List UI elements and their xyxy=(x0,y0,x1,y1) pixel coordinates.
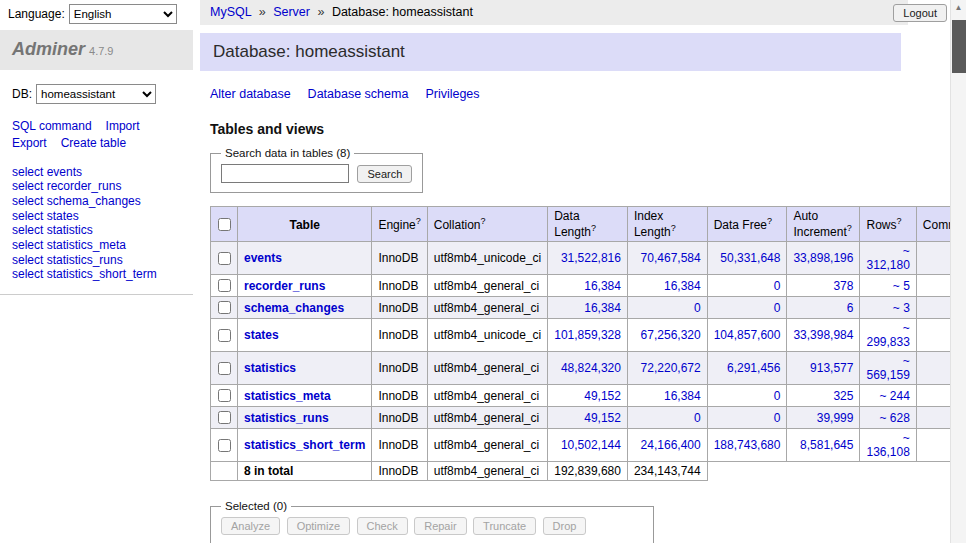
optimize-button[interactable]: Optimize xyxy=(287,517,350,535)
table-name-link[interactable]: statistics xyxy=(244,361,296,375)
db-select[interactable]: homeassistant xyxy=(36,84,156,104)
auto-increment-link[interactable]: 33,898,196 xyxy=(793,251,853,265)
table-name-link[interactable]: states xyxy=(244,328,279,342)
data-length-link[interactable]: 31,522,816 xyxy=(561,251,621,265)
column-header-collation: Collation? xyxy=(427,207,547,242)
vertical-scrollbar[interactable]: ▲ xyxy=(950,0,966,543)
row-checkbox[interactable] xyxy=(218,301,231,314)
rows-count-link[interactable]: ~ 628 xyxy=(879,411,909,425)
help-link[interactable]: ? xyxy=(847,223,852,233)
collation-cell: utf8mb4_general_ci xyxy=(427,407,547,429)
data-length-link[interactable]: 48,824,320 xyxy=(561,361,621,375)
sidebar-item-select-statistics[interactable]: select statistics xyxy=(12,223,181,238)
data-free-link[interactable]: 0 xyxy=(774,301,781,315)
sidebar-item-select-statistics-short-term[interactable]: select statistics_short_term xyxy=(12,267,181,282)
table-name-link[interactable]: events xyxy=(244,251,282,265)
index-length-link[interactable]: 67,256,320 xyxy=(641,328,701,342)
data-free-link[interactable]: 104,857,600 xyxy=(714,328,781,342)
row-checkbox[interactable] xyxy=(218,252,231,265)
help-link[interactable]: ? xyxy=(591,223,596,233)
data-free-link[interactable]: 188,743,680 xyxy=(714,438,781,452)
help-link[interactable]: ? xyxy=(671,223,676,233)
data-free-link[interactable]: 0 xyxy=(774,279,781,293)
collation-cell: utf8mb4_general_ci xyxy=(427,429,547,462)
breadcrumb-system-link[interactable]: MySQL xyxy=(210,5,251,19)
help-link[interactable]: ? xyxy=(896,216,901,226)
data-length-link[interactable]: 49,152 xyxy=(584,411,621,425)
data-length-link[interactable]: 16,384 xyxy=(584,301,621,315)
language-select[interactable]: English xyxy=(69,4,177,24)
sidebar-item-select-statistics-runs[interactable]: select statistics_runs xyxy=(12,253,181,268)
sql-command-link[interactable]: SQL command xyxy=(12,119,92,133)
index-length-link[interactable]: 0 xyxy=(694,301,701,315)
data-free-link[interactable]: 50,331,648 xyxy=(720,251,780,265)
data-length-link[interactable]: 16,384 xyxy=(584,279,621,293)
breadcrumb-server-link[interactable]: Server xyxy=(273,5,310,19)
row-checkbox[interactable] xyxy=(218,439,231,452)
search-button[interactable]: Search xyxy=(357,165,412,183)
table-name-link[interactable]: statistics_meta xyxy=(244,389,331,403)
export-link[interactable]: Export xyxy=(12,136,47,150)
auto-increment-link[interactable]: 39,999 xyxy=(817,411,854,425)
index-length-link[interactable]: 16,384 xyxy=(664,389,701,403)
rows-count-link[interactable]: ~ 244 xyxy=(879,389,909,403)
rows-count-link[interactable]: ~ 136,108 xyxy=(866,431,909,459)
sidebar-item-select-states[interactable]: select states xyxy=(12,209,181,224)
table-name-link[interactable]: statistics_short_term xyxy=(244,438,365,452)
help-link[interactable]: ? xyxy=(767,216,772,226)
rows-count-link[interactable]: ~ 569,159 xyxy=(866,354,909,382)
row-checkbox[interactable] xyxy=(218,279,231,292)
database-schema-link[interactable]: Database schema xyxy=(308,87,409,101)
auto-increment-link[interactable]: 8,581,645 xyxy=(800,438,853,452)
row-checkbox[interactable] xyxy=(218,362,231,375)
table-name-link[interactable]: statistics_runs xyxy=(244,411,329,425)
rows-count-link[interactable]: ~ 5 xyxy=(893,279,910,293)
data-free-link[interactable]: 0 xyxy=(774,389,781,403)
repair-button[interactable]: Repair xyxy=(414,517,466,535)
import-link[interactable]: Import xyxy=(106,119,140,133)
sidebar-item-select-statistics-meta[interactable]: select statistics_meta xyxy=(12,238,181,253)
auto-increment-link[interactable]: 378 xyxy=(833,279,853,293)
help-link[interactable]: ? xyxy=(416,216,421,226)
analyze-button[interactable]: Analyze xyxy=(221,517,280,535)
auto-increment-link[interactable]: 325 xyxy=(833,389,853,403)
sidebar-item-select-events[interactable]: select events xyxy=(12,165,181,180)
rows-count-link[interactable]: ~ 299,833 xyxy=(866,321,909,349)
row-checkbox[interactable] xyxy=(218,411,231,424)
data-free-link[interactable]: 0 xyxy=(774,411,781,425)
auto-increment-link[interactable]: 6 xyxy=(847,301,854,315)
auto-increment-link[interactable]: 33,398,984 xyxy=(793,328,853,342)
data-length-link[interactable]: 10,502,144 xyxy=(561,438,621,452)
auto-increment-link[interactable]: 913,577 xyxy=(810,361,853,375)
rows-count-link[interactable]: ~ 312,180 xyxy=(866,244,909,272)
index-length-link[interactable]: 24,166,400 xyxy=(641,438,701,452)
drop-button[interactable]: Drop xyxy=(543,517,587,535)
sidebar-item-select-schema-changes[interactable]: select schema_changes xyxy=(12,194,181,209)
select-all-checkbox[interactable] xyxy=(218,218,231,231)
index-length-link[interactable]: 72,220,672 xyxy=(641,361,701,375)
rows-count-link[interactable]: ~ 3 xyxy=(893,301,910,315)
index-length-link[interactable]: 70,467,584 xyxy=(641,251,701,265)
index-length-link[interactable]: 16,384 xyxy=(664,279,701,293)
sidebar-actions: SQL commandImport ExportCreate table xyxy=(0,108,193,155)
data-length-link[interactable]: 101,859,328 xyxy=(554,328,621,342)
check-button[interactable]: Check xyxy=(357,517,408,535)
table-name-link[interactable]: recorder_runs xyxy=(244,279,325,293)
data-free-link[interactable]: 6,291,456 xyxy=(727,361,780,375)
row-checkbox[interactable] xyxy=(218,389,231,402)
sidebar-item-select-recorder-runs[interactable]: select recorder_runs xyxy=(12,179,181,194)
search-input[interactable] xyxy=(221,164,349,183)
logout-button[interactable]: Logout xyxy=(893,4,947,22)
adminer-logo[interactable]: Adminer xyxy=(12,39,85,59)
data-length-link[interactable]: 49,152 xyxy=(584,389,621,403)
truncate-button[interactable]: Truncate xyxy=(473,517,536,535)
alter-database-link[interactable]: Alter database xyxy=(210,87,291,101)
index-length-link[interactable]: 0 xyxy=(694,411,701,425)
help-link[interactable]: ? xyxy=(480,216,485,226)
create-table-link[interactable]: Create table xyxy=(61,136,126,150)
scrollbar-thumb[interactable] xyxy=(952,20,966,73)
table-name-link[interactable]: schema_changes xyxy=(244,301,344,315)
row-checkbox[interactable] xyxy=(218,329,231,342)
scrollbar-up-arrow[interactable]: ▲ xyxy=(951,0,966,16)
privileges-link[interactable]: Privileges xyxy=(425,87,479,101)
